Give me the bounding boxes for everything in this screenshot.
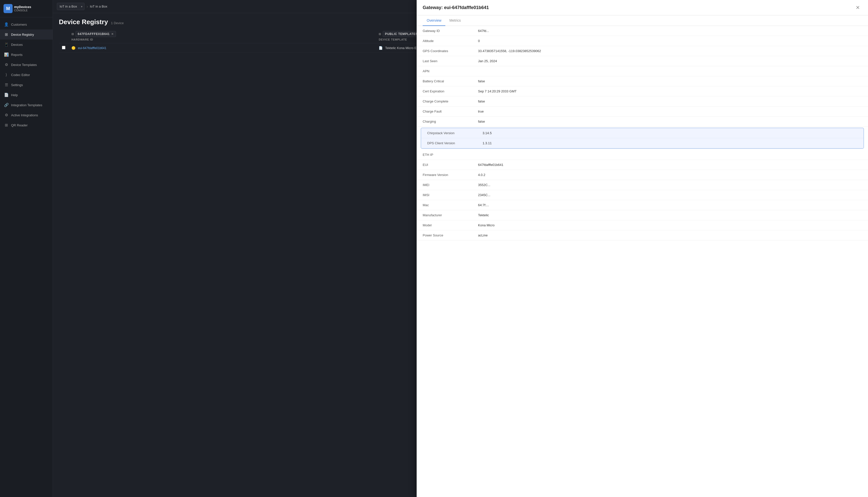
detail-label: IMEI bbox=[423, 183, 478, 187]
detail-value: 3552C... bbox=[478, 183, 490, 187]
detail-row-manufacturer: Manufacturer Tektelic bbox=[417, 210, 868, 220]
detail-label: Charge Complete bbox=[423, 99, 478, 103]
detail-label: GPS Coordinates bbox=[423, 49, 478, 53]
detail-row-power-source: Power Source acLine bbox=[417, 230, 868, 240]
detail-value: Jan 25, 2024 bbox=[478, 59, 497, 63]
page-subtitle: 1 Device bbox=[111, 21, 124, 25]
nav-label-codec-editor: Codec Editor bbox=[11, 73, 30, 77]
detail-row-battery-critical: Battery Critical false bbox=[417, 76, 868, 86]
detail-row-firmware-version: Firmware Version 4.0.2 bbox=[417, 170, 868, 180]
detail-tab-metrics[interactable]: Metrics bbox=[445, 15, 465, 26]
detail-label: Last Seen bbox=[423, 59, 478, 63]
nav-label-device-templates: Device Templates bbox=[11, 63, 37, 67]
detail-row-altitude: Altitude 0 bbox=[417, 36, 868, 46]
nav-label-reports: Reports bbox=[11, 53, 23, 57]
hardware-filter-tag[interactable]: 647fdafffe01b641 ✕ bbox=[75, 31, 116, 37]
sidebar-item-help[interactable]: 📄Help bbox=[0, 90, 53, 100]
nav-icon-settings: ☰ bbox=[4, 83, 9, 87]
detail-value: 64:7f:... bbox=[478, 203, 489, 207]
sidebar-item-reports[interactable]: 📊Reports bbox=[0, 49, 53, 60]
detail-value: Kona Micro bbox=[478, 223, 495, 227]
detail-label: Gateway ID bbox=[423, 29, 478, 33]
detail-value: true bbox=[478, 110, 484, 113]
detail-value: 33.4738357141558, -119.03823852539062 bbox=[478, 49, 541, 53]
detail-label: Charge Fault bbox=[423, 110, 478, 113]
detail-value: 4.0.2 bbox=[478, 173, 485, 177]
detail-label: Charging bbox=[423, 119, 478, 123]
filter-icon: ⊟ bbox=[72, 32, 74, 36]
page-title: Device Registry bbox=[59, 18, 108, 26]
nav-icon-device-templates: ⚙ bbox=[4, 62, 9, 67]
highlighted-group: Chirpstack Version 3.14.5 DPS Client Ver… bbox=[421, 128, 864, 149]
detail-label: IMSI bbox=[423, 193, 478, 197]
device-id-link[interactable]: eui-647fdafffe01b641 bbox=[78, 46, 106, 50]
logo-text: myDevices CONSOLE bbox=[14, 5, 31, 12]
sidebar-item-device-registry[interactable]: ⊞Device Registry bbox=[0, 29, 53, 40]
sidebar-item-settings[interactable]: ☰Settings bbox=[0, 80, 53, 90]
detail-row-eth-ip: ETH IP bbox=[417, 150, 868, 160]
nav-icon-reports: 📊 bbox=[4, 52, 9, 57]
detail-row-dps-client-version: DPS Client Version 1.3.11 bbox=[421, 138, 864, 148]
sidebar-item-codec-editor[interactable]: ⟩Codec Editor bbox=[0, 70, 53, 80]
detail-label: ETH IP bbox=[423, 153, 478, 157]
detail-tabs: OverviewMetrics bbox=[417, 15, 868, 26]
detail-row-eui: EUI 647fdafffe01b641 bbox=[417, 160, 868, 170]
row-checkbox-cell bbox=[59, 43, 69, 53]
detail-value: 647fdafffe01b641 bbox=[478, 163, 503, 167]
sidebar-item-devices[interactable]: 📱Devices bbox=[0, 40, 53, 49]
col-hardware-id-label: HARDWARE ID bbox=[72, 38, 373, 41]
detail-panel: Gateway: eui-647fdafffe01b641 ✕ Overview… bbox=[417, 0, 868, 497]
nav-icon-customers: 👤 bbox=[4, 22, 9, 27]
detail-label: Battery Critical bbox=[423, 79, 478, 83]
breadcrumb2-label: IoT in a Box bbox=[90, 4, 107, 8]
detail-row-mac: Mac 64:7f:... bbox=[417, 200, 868, 210]
sidebar-item-integration-templates[interactable]: 🔗Integration Templates bbox=[0, 100, 53, 110]
nav-icon-device-registry: ⊞ bbox=[4, 32, 9, 37]
detail-value: 647fd... bbox=[478, 29, 489, 33]
hardware-filter-value: 647fdafffe01b641 bbox=[78, 32, 110, 36]
nav-label-active-integrations: Active Integrations bbox=[11, 113, 38, 117]
detail-label: Cert Expiration bbox=[423, 89, 478, 93]
detail-label: APN bbox=[423, 69, 478, 73]
detail-row-imsi: IMSI 2345C... bbox=[417, 190, 868, 200]
nav-label-help: Help bbox=[11, 93, 18, 97]
sidebar-nav: 👤Customers⊞Device Registry📱Devices📊Repor… bbox=[0, 17, 53, 497]
detail-header: Gateway: eui-647fdafffe01b641 ✕ bbox=[417, 0, 868, 15]
sidebar-item-qr-reader[interactable]: ⊞QR Reader bbox=[0, 120, 53, 130]
sidebar-item-customers[interactable]: 👤Customers bbox=[0, 19, 53, 29]
hardware-filter-remove[interactable]: ✕ bbox=[111, 32, 114, 36]
detail-label: Manufacturer bbox=[423, 213, 478, 217]
sidebar: M myDevices CONSOLE 👤Customers⊞Device Re… bbox=[0, 0, 53, 497]
detail-title: Gateway: eui-647fdafffe01b641 bbox=[423, 5, 489, 10]
nav-icon-codec-editor: ⟩ bbox=[4, 72, 9, 77]
template-filter-tag[interactable]: PUBLIC TEMPLATES bbox=[383, 31, 420, 37]
nav-label-qr-reader: QR Reader bbox=[11, 123, 28, 127]
nav-icon-integration-templates: 🔗 bbox=[4, 103, 9, 107]
device-icon: 🟡 bbox=[72, 46, 75, 50]
detail-value: false bbox=[478, 99, 485, 103]
detail-row-gps-coordinates: GPS Coordinates 33.4738357141558, -119.0… bbox=[417, 46, 868, 56]
sidebar-item-device-templates[interactable]: ⚙Device Templates bbox=[0, 60, 53, 70]
nav-icon-help: 📄 bbox=[4, 93, 9, 97]
checkbox-col-header bbox=[59, 29, 69, 43]
detail-value: Tektelic bbox=[478, 213, 489, 217]
detail-value: Sep 7 14:20:29 2033 GMT bbox=[478, 89, 516, 93]
detail-label: DPS Client Version bbox=[427, 141, 483, 145]
detail-label: Power Source bbox=[423, 233, 478, 237]
template-icon: 📄 bbox=[379, 46, 383, 50]
detail-close-button[interactable]: ✕ bbox=[854, 4, 862, 11]
detail-label: Altitude bbox=[423, 39, 478, 43]
detail-value: acLine bbox=[478, 233, 488, 237]
detail-label: Chirpstack Version bbox=[427, 131, 483, 135]
logo-icon: M bbox=[3, 4, 13, 13]
breadcrumb1-wrap: IoT in a Box bbox=[57, 3, 85, 10]
detail-value: 3.14.5 bbox=[483, 131, 491, 135]
detail-label: Mac bbox=[423, 203, 478, 207]
template-filter-icon: ⊟ bbox=[379, 32, 381, 36]
detail-value: 1.3.11 bbox=[483, 141, 491, 145]
sidebar-item-active-integrations[interactable]: ⚙Active Integrations bbox=[0, 110, 53, 120]
row-checkbox[interactable] bbox=[62, 46, 65, 49]
detail-tab-overview[interactable]: Overview bbox=[423, 15, 445, 26]
nav-label-devices: Devices bbox=[11, 43, 23, 46]
breadcrumb1-select[interactable]: IoT in a Box bbox=[57, 3, 85, 10]
